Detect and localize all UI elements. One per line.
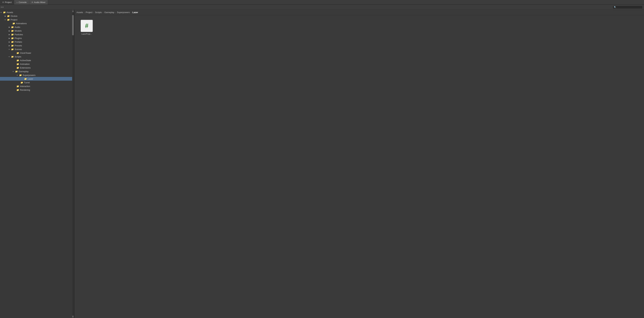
tree-item-activestate[interactable]: ▶ 📁 ActiveState <box>0 58 72 62</box>
breadcrumb-sep-3: › <box>103 12 104 14</box>
arrow-plugins: ▶ <box>9 37 11 39</box>
folder-icon-animations: 📁 <box>12 22 15 25</box>
tree-label-animation: Animation <box>20 63 30 65</box>
breadcrumb-project[interactable]: Project <box>86 11 92 14</box>
tree-item-gameplay[interactable]: ▾ 📁 Gameplay <box>0 70 72 73</box>
left-panel: ▾ 📁 Assets ▶ 📁 Oculus ▾ 📁 Project ▶ 📁 An… <box>0 10 74 318</box>
arrow-project: ▾ <box>5 19 7 21</box>
file-tree: ▾ 📁 Assets ▶ 📁 Oculus ▾ 📁 Project ▶ 📁 An… <box>0 10 72 318</box>
breadcrumb-sep-4: › <box>115 12 116 14</box>
scroll-thumb[interactable] <box>72 15 74 35</box>
breadcrumb-sep-5: › <box>131 12 132 14</box>
breadcrumb-assets[interactable]: Assets <box>76 11 83 14</box>
folder-icon-oculus: 📁 <box>7 15 10 17</box>
tree-scrollbar[interactable]: ▲ ▼ <box>72 10 74 318</box>
tree-item-project[interactable]: ▾ 📁 Project <box>0 18 72 22</box>
tree-label-clocktower: ClockTower <box>20 52 31 54</box>
scroll-down-arrow[interactable]: ▼ <box>72 315 74 318</box>
tree-item-assets[interactable]: ▾ 📁 Assets <box>0 11 72 14</box>
folder-icon-animation: 📁 <box>16 63 19 65</box>
tree-item-particles[interactable]: ▶ 📁 Particles <box>0 33 72 36</box>
breadcrumb-sep-2: › <box>94 12 94 14</box>
tree-item-scripts[interactable]: ▾ 📁 Scripts <box>0 55 72 58</box>
breadcrumb-gameplay[interactable]: Gameplay <box>104 11 114 14</box>
breadcrumb-lazer[interactable]: Lazer <box>132 11 138 14</box>
main-content: ▾ 📁 Assets ▶ 📁 Oculus ▾ 📁 Project ▶ 📁 An… <box>0 10 644 318</box>
arrow-particles: ▶ <box>9 34 11 36</box>
breadcrumb-scripts[interactable]: Scripts <box>95 11 102 14</box>
file-thumbnail-lazerproj: # <box>81 20 93 32</box>
folder-icon-particles: 📁 <box>11 33 14 36</box>
file-name-lazerproj: LazerProje... <box>82 33 92 35</box>
tree-item-models[interactable]: ▶ 📁 Models <box>0 29 72 33</box>
tab-bar: ⊞ Project ≡ Console ⊞ Audio Mixer <box>0 0 644 5</box>
folder-icon-activestate: 📁 <box>16 59 19 62</box>
folder-icon-plugins: 📁 <box>11 37 14 40</box>
folder-icon-gameplay: 📁 <box>15 70 18 73</box>
tree-item-clocktower[interactable]: ▶ 📁 ClockTower <box>0 51 72 55</box>
tab-audio-mixer[interactable]: ⊞ Audio Mixer <box>29 0 48 5</box>
breadcrumb-superpowers[interactable]: Superpowers <box>117 11 130 14</box>
tree-label-activestate: ActiveState <box>20 59 31 62</box>
tab-console-label: Console <box>18 1 27 4</box>
tree-label-presets: Presets <box>14 44 22 47</box>
console-tab-icon: ≡ <box>16 1 18 3</box>
arrow-prefabs: ▶ <box>9 41 11 43</box>
tree-item-interaction[interactable]: ▶ 📁 Interaction <box>0 84 72 88</box>
file-content-area: # LazerProje... <box>74 15 644 318</box>
tree-label-oculus: Oculus <box>10 15 17 17</box>
audio-tab-icon: ⊞ <box>32 1 33 3</box>
folder-icon-lazer: 📁 <box>24 78 27 80</box>
folder-icon-scenes: 📁 <box>11 48 14 51</box>
tree-label-particles: Particles <box>14 33 23 36</box>
tree-item-extensions[interactable]: ▶ 📁 Extensions <box>0 66 72 70</box>
tree-item-superpowers[interactable]: ▾ 📁 Superpowers <box>0 73 72 77</box>
csharp-icon: # <box>85 22 88 29</box>
tab-console[interactable]: ≡ Console <box>14 0 29 5</box>
scroll-up-arrow[interactable]: ▲ <box>72 10 74 13</box>
file-item-lazerproj[interactable]: # LazerProje... <box>79 20 94 35</box>
tab-project[interactable]: ⊞ Project <box>0 0 14 5</box>
tree-label-interaction: Interaction <box>20 85 30 88</box>
tree-item-plugins[interactable]: ▶ 📁 Plugins <box>0 36 72 40</box>
tree-item-animations[interactable]: ▶ 📁 Animations <box>0 22 72 25</box>
tree-label-project: Project <box>10 19 17 21</box>
tab-audio-label: Audio Mixer <box>34 1 46 4</box>
breadcrumb-sep-1: › <box>84 12 85 14</box>
tree-item-animation[interactable]: ▶ 📁 Animation <box>0 62 72 66</box>
folder-icon-prefabs: 📁 <box>11 41 14 43</box>
tree-label-assets: Assets <box>6 11 13 14</box>
tree-label-models: Models <box>14 30 22 32</box>
arrow-superpowers: ▾ <box>17 74 19 76</box>
tree-item-oculus[interactable]: ▶ 📁 Oculus <box>0 14 72 18</box>
folder-icon-rendering: 📁 <box>16 89 19 91</box>
arrow-gameplay: ▾ <box>13 71 15 72</box>
tree-item-scenes[interactable]: ▾ 📁 Scenes <box>0 47 72 51</box>
tree-item-prefabs[interactable]: ▶ 📁 Prefabs <box>0 40 72 44</box>
tree-label-lazer: Lazer <box>28 78 33 80</box>
add-icon: + <box>1 6 2 9</box>
arrow-audio: ▶ <box>9 26 11 28</box>
folder-icon-interaction: 📁 <box>16 85 19 88</box>
toolbar-row: + ▾ 🔍 <box>0 5 644 10</box>
folder-icon-superpowers: 📁 <box>19 74 22 76</box>
arrow-oculus: ▶ <box>5 15 7 17</box>
search-icon: 🔍 <box>614 6 616 9</box>
tree-item-presets[interactable]: ▶ 📁 Presets <box>0 44 72 47</box>
folder-icon-extensions: 📁 <box>16 67 19 69</box>
tree-item-lazer[interactable]: ▶ 📁 Lazer <box>0 77 72 81</box>
tree-label-animations: Animations <box>16 22 27 25</box>
tree-label-superpowers: Superpowers <box>23 74 36 76</box>
add-button[interactable]: + ▾ <box>0 6 4 9</box>
folder-icon-project: 📁 <box>7 19 10 21</box>
tree-item-rendering[interactable]: ▶ 📁 Rendering <box>0 88 72 92</box>
tree-item-turret[interactable]: ▶ 📁 Turret <box>0 81 72 84</box>
tab-project-label: Project <box>5 1 12 4</box>
search-input[interactable] <box>612 6 643 9</box>
tree-label-scenes: Scenes <box>14 48 22 51</box>
arrow-assets: ▾ <box>1 12 3 13</box>
tree-label-rendering: Rendering <box>20 89 30 91</box>
arrow-presets: ▶ <box>9 45 11 47</box>
tree-label-gameplay: Gameplay <box>18 70 28 73</box>
tree-item-audio[interactable]: ▶ 📁 Audio <box>0 25 72 29</box>
